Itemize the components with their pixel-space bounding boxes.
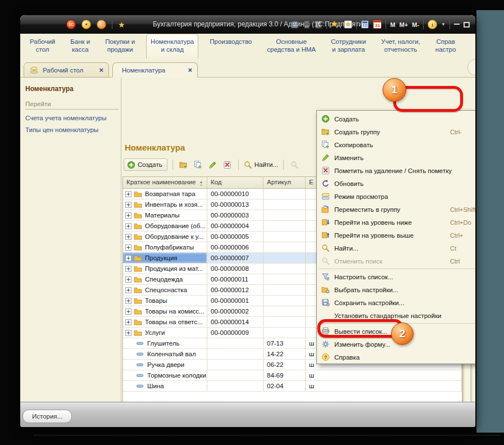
code-cell: 00-00000011: [207, 274, 264, 284]
expand-icon[interactable]: [125, 223, 131, 229]
memory-plus-button[interactable]: M+: [399, 21, 408, 28]
article-cell: [264, 328, 306, 338]
menu-item[interactable]: Найти...Ct: [317, 242, 475, 255]
expand-icon[interactable]: [125, 287, 131, 293]
section-tab[interactable]: Справнастро: [432, 34, 460, 58]
memory-button[interactable]: M: [390, 21, 395, 28]
doc-tab-desktop[interactable]: Рабочий стол: [24, 62, 109, 78]
expand-icon[interactable]: [125, 266, 131, 272]
1c-logo-icon[interactable]: 1С: [66, 20, 76, 29]
expand-icon[interactable]: [125, 234, 131, 240]
menu-item[interactable]: Пометить на удаление / Снять пометку: [317, 164, 475, 177]
menu-shortcut: Ctrl+: [450, 232, 464, 239]
history-button[interactable]: История...: [22, 410, 72, 423]
delete-mark-icon[interactable]: [222, 159, 233, 170]
change-form-icon: [320, 340, 331, 348]
row-name: Товары на ответс...: [145, 319, 203, 325]
find-button[interactable]: Найти...: [244, 161, 278, 169]
menu-item[interactable]: Сохранить настройки...: [317, 296, 475, 309]
main-menu-dropdown-icon[interactable]: [81, 20, 91, 29]
menu-item[interactable]: Обновить: [317, 177, 475, 190]
menu-item[interactable]: Переместить в группуCtrl+Shift: [317, 203, 475, 216]
menu-item[interactable]: Скопировать: [317, 138, 475, 151]
column-header-label: Краткое наименование: [126, 179, 196, 188]
section-tab[interactable]: Производство: [206, 34, 256, 58]
expand-icon[interactable]: [125, 308, 131, 315]
expand-icon[interactable]: [125, 255, 131, 261]
add-favorite-icon[interactable]: [331, 20, 340, 29]
expand-icon[interactable]: [125, 276, 131, 283]
menu-item[interactable]: Изменить: [317, 151, 475, 164]
menu-item[interactable]: Перейти на уровень нижеCtrl+Do: [317, 216, 475, 229]
copy-icon[interactable]: [193, 159, 204, 170]
minimize-button[interactable]: [454, 24, 460, 25]
calculator-icon[interactable]: [361, 20, 369, 29]
unit-cell: ш: [306, 381, 462, 391]
calendar-icon[interactable]: 31: [373, 20, 382, 29]
article-cell: [264, 306, 306, 316]
chevron-down-icon[interactable]: [441, 22, 446, 27]
favorites-star-icon[interactable]: ★: [118, 20, 125, 29]
section-tab[interactable]: Рабочийстол: [26, 34, 59, 58]
menu-item[interactable]: Создать группуCtrl-: [317, 125, 475, 138]
save-icon[interactable]: [291, 21, 299, 29]
section-tab[interactable]: Учет, налоги,отчетность: [377, 34, 424, 58]
expand-icon[interactable]: [125, 202, 131, 208]
print-icon[interactable]: [303, 21, 311, 29]
table-row[interactable]: Тормозные колодки84-69ш: [123, 370, 462, 381]
section-tab[interactable]: Номенклатураи склад: [146, 34, 198, 58]
column-header[interactable]: Код: [207, 177, 264, 188]
expand-icon[interactable]: [125, 319, 131, 325]
menu-item[interactable]: ?Справка: [317, 351, 475, 364]
menu-item[interactable]: Создать: [317, 112, 475, 125]
item-icon: [137, 384, 144, 388]
menu-item-label: Перейти на уровень выше: [334, 232, 414, 239]
edit-icon[interactable]: [207, 159, 219, 170]
table-row[interactable]: Шина02-04ш: [123, 381, 462, 392]
menu-item[interactable]: Режим просмотра: [317, 190, 475, 203]
expand-icon[interactable]: [125, 244, 131, 251]
column-header[interactable]: Артикул: [264, 177, 306, 188]
section-tab[interactable]: Основныесредства и НМА: [263, 34, 320, 58]
expand-icon[interactable]: [125, 298, 131, 304]
section-tab[interactable]: Банк икасса: [66, 34, 94, 58]
code-cell: [207, 349, 264, 359]
menu-item[interactable]: Выбрать настройки...: [317, 283, 475, 296]
name-cell: Услуги: [123, 328, 207, 338]
expand-icon[interactable]: [125, 330, 131, 336]
menu-item-label: Справка: [334, 354, 360, 361]
expand-icon[interactable]: [125, 191, 131, 197]
desk-icon: [29, 66, 39, 74]
menu-shortcut: Ct: [450, 245, 456, 252]
info-icon[interactable]: i: [428, 20, 437, 29]
close-icon[interactable]: [188, 66, 192, 74]
section-tab[interactable]: Сотрудникии зарплата: [327, 34, 370, 58]
create-button[interactable]: Создать: [124, 158, 167, 171]
name-cell: Глушитель: [123, 338, 207, 348]
doc-tab-nomenclature[interactable]: Номенклатура: [112, 62, 198, 78]
desktop-background: [476, 10, 504, 433]
menu-item-label: Установить стандартные настройки: [334, 312, 441, 319]
print-preview-icon[interactable]: [315, 21, 323, 29]
create-group-icon[interactable]: [178, 159, 189, 170]
code-cell: [207, 370, 264, 380]
menu-item[interactable]: Настроить список...: [317, 270, 475, 283]
code-cell: 00-00000002: [207, 306, 264, 316]
sidebar-nav-label: Перейти: [25, 101, 119, 110]
sidebar-link[interactable]: Типы цен номенклатуры: [25, 126, 116, 133]
article-cell: [264, 189, 306, 199]
configure-list-icon: [320, 273, 331, 281]
name-cell: Товары на комисс...: [123, 306, 207, 316]
section-tab[interactable]: Покупки ипродажи: [101, 34, 139, 58]
memory-minus-button[interactable]: M-: [412, 21, 419, 28]
menu-item[interactable]: Перейти на уровень вышеCtrl+: [317, 229, 475, 242]
sidebar-link[interactable]: Счета учета номенклатуры: [25, 115, 116, 121]
expand-icon[interactable]: [125, 212, 131, 219]
close-icon[interactable]: [99, 66, 103, 74]
svg-text:?: ?: [324, 355, 326, 360]
favorites-list-icon[interactable]: [344, 20, 352, 29]
section-tab-label-line1: Рабочий: [30, 38, 55, 46]
column-header[interactable]: Краткое наименование: [123, 177, 207, 188]
maximize-button[interactable]: [464, 22, 470, 28]
home-icon[interactable]: [97, 20, 106, 29]
